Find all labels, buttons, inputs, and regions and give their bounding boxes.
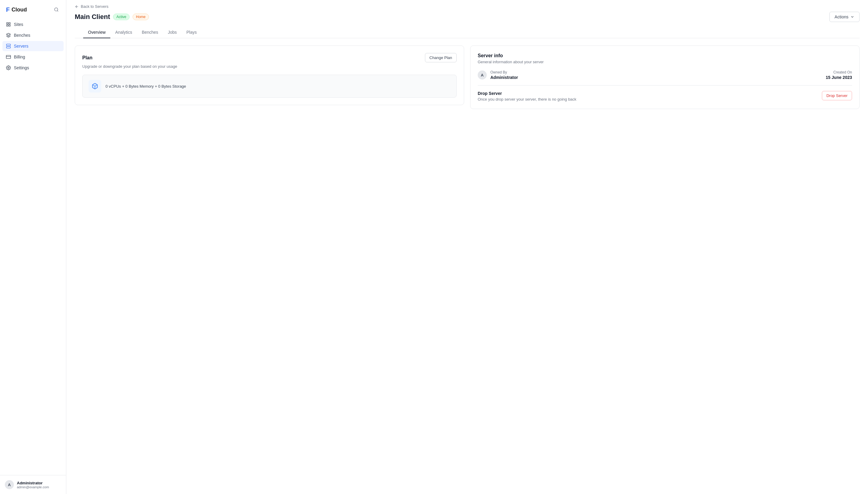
user-name: Administrator xyxy=(17,481,49,485)
svg-rect-5 xyxy=(9,25,10,26)
sidebar-item-benches[interactable]: Benches xyxy=(2,30,63,40)
search-button[interactable] xyxy=(53,6,60,13)
svg-rect-8 xyxy=(6,46,10,48)
sidebar-item-settings[interactable]: Settings xyxy=(2,63,63,73)
plan-detail-text: 0 vCPUs + 0 Bytes Memory + 0 Bytes Stora… xyxy=(106,84,186,89)
svg-rect-7 xyxy=(6,44,10,45)
page-header: Main Client Active Home Actions xyxy=(75,12,860,22)
svg-rect-4 xyxy=(7,25,8,26)
owned-by-label: Owned By xyxy=(491,70,822,74)
drop-server-info: Drop Server Once you drop server your se… xyxy=(478,91,817,101)
plan-card-header: Plan Change Plan xyxy=(82,53,457,62)
owned-by-row: A Owned By Administrator Created On 15 J… xyxy=(478,70,852,86)
actions-label: Actions xyxy=(834,15,848,19)
svg-marker-6 xyxy=(6,33,10,35)
server-info-title: Server info xyxy=(478,53,852,58)
main-content: Back to Servers Main Client Active Home … xyxy=(66,0,868,494)
tabs: Overview Analytics Benches Jobs Plays xyxy=(75,27,860,38)
owned-by-name: Administrator xyxy=(491,75,822,80)
server-info-subtitle: General information about your server xyxy=(478,60,852,64)
sidebar: F Cloud Sites Benches xyxy=(0,0,66,494)
home-badge: Home xyxy=(133,14,149,20)
back-link[interactable]: Back to Servers xyxy=(75,4,109,9)
server-info-card: Server info General information about yo… xyxy=(470,45,860,109)
sidebar-item-label: Sites xyxy=(14,22,23,27)
owner-avatar: A xyxy=(478,71,487,79)
sidebar-item-servers[interactable]: Servers xyxy=(2,41,63,51)
drop-server-desc: Once you drop server your server, there … xyxy=(478,97,817,101)
grid-icon xyxy=(6,22,11,27)
created-on-date: 15 June 2023 xyxy=(826,75,852,80)
sidebar-item-label: Benches xyxy=(14,33,30,38)
tab-jobs[interactable]: Jobs xyxy=(163,27,182,38)
user-email: admin@example.com xyxy=(17,485,49,489)
logo-text: Cloud xyxy=(12,7,27,13)
settings-icon xyxy=(6,65,11,70)
logo-f-icon: F xyxy=(6,6,10,13)
svg-rect-11 xyxy=(6,55,11,59)
tab-benches[interactable]: Benches xyxy=(137,27,163,38)
active-badge: Active xyxy=(113,14,130,20)
created-on: Created On 15 June 2023 xyxy=(826,70,852,80)
svg-rect-3 xyxy=(9,23,10,24)
user-info: Administrator admin@example.com xyxy=(17,481,49,489)
back-link-label: Back to Servers xyxy=(81,4,109,9)
arrow-left-icon xyxy=(75,4,79,9)
plan-icon xyxy=(89,80,101,93)
tab-analytics[interactable]: Analytics xyxy=(110,27,137,38)
sidebar-item-label: Billing xyxy=(14,55,25,59)
chevron-down-icon xyxy=(850,15,854,19)
svg-point-0 xyxy=(55,8,58,11)
drop-server-row: Drop Server Once you drop server your se… xyxy=(478,91,852,101)
logo: F Cloud xyxy=(0,0,66,18)
change-plan-button[interactable]: Change Plan xyxy=(425,53,457,62)
page-header-left: Main Client Active Home xyxy=(75,13,149,21)
created-on-label: Created On xyxy=(826,70,852,74)
sidebar-item-billing[interactable]: Billing xyxy=(2,52,63,62)
sidebar-footer: A Administrator admin@example.com xyxy=(0,475,66,494)
layers-icon xyxy=(6,33,11,38)
actions-button[interactable]: Actions xyxy=(829,12,860,22)
tab-plays[interactable]: Plays xyxy=(181,27,201,38)
tab-overview[interactable]: Overview xyxy=(83,27,110,38)
sidebar-nav: Sites Benches Servers Billing xyxy=(0,18,66,475)
cube-icon xyxy=(92,83,98,90)
avatar: A xyxy=(5,480,14,489)
plan-card: Plan Change Plan Upgrade or downgrade yo… xyxy=(75,45,464,105)
plan-card-subtitle: Upgrade or downgrade your plan based on … xyxy=(82,64,457,69)
owned-by-info: Owned By Administrator xyxy=(491,70,822,80)
sidebar-item-label: Settings xyxy=(14,65,29,70)
creditcard-icon xyxy=(6,55,11,59)
plan-card-title: Plan xyxy=(82,55,93,60)
sidebar-item-label: Servers xyxy=(14,44,28,49)
plan-info-box: 0 vCPUs + 0 Bytes Memory + 0 Bytes Stora… xyxy=(82,75,457,98)
svg-rect-2 xyxy=(7,23,8,24)
sidebar-item-sites[interactable]: Sites xyxy=(2,19,63,30)
page-title: Main Client xyxy=(75,13,110,21)
svg-point-13 xyxy=(8,67,9,69)
drop-server-title: Drop Server xyxy=(478,91,817,96)
content-area: Plan Change Plan Upgrade or downgrade yo… xyxy=(66,38,868,116)
server-icon xyxy=(6,44,11,49)
svg-line-1 xyxy=(57,11,58,12)
topbar: Back to Servers Main Client Active Home … xyxy=(66,0,868,38)
drop-server-button[interactable]: Drop Server xyxy=(822,91,852,100)
